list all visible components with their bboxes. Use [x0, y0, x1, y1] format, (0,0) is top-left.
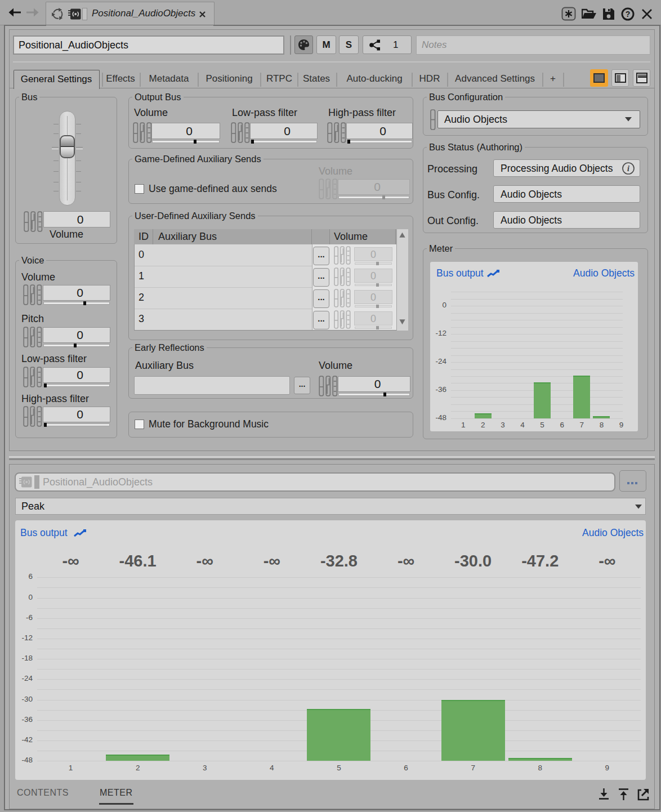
- svg-text:i: i: [627, 164, 629, 173]
- svg-text:?: ?: [626, 10, 631, 19]
